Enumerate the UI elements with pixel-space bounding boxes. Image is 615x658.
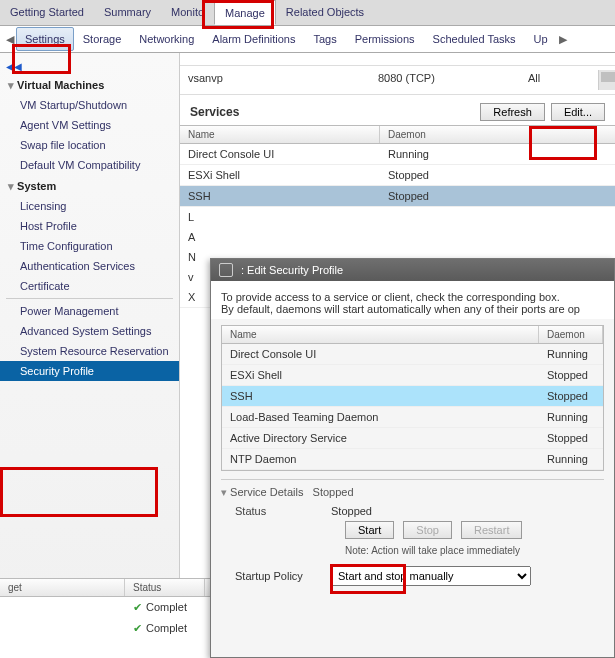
firewall-row[interactable]: vsanvp 8080 (TCP) All [180, 65, 615, 95]
svc-name: ESXi Shell [180, 165, 380, 185]
services-header: Services Refresh Edit... [180, 95, 615, 125]
col-name[interactable]: Name [180, 126, 380, 143]
sidebar-group-system[interactable]: System [0, 175, 179, 196]
table-row[interactable]: SSH Stopped [180, 186, 615, 207]
sidebar-nav-back-icon[interactable]: ◀◀ [0, 59, 179, 74]
settings-sidebar: ◀◀ Virtual Machines VM Startup/Shutdown … [0, 53, 180, 658]
col-name[interactable]: Name [222, 326, 539, 343]
sidebar-item-agent-vm[interactable]: Agent VM Settings [0, 115, 179, 135]
sidebar-item-system-resource[interactable]: System Resource Reservation [0, 341, 179, 361]
dialog-titlebar[interactable]: : Edit Security Profile [211, 259, 614, 281]
table-row[interactable]: Direct Console UI Running [180, 144, 615, 165]
sidebar-item-time-config[interactable]: Time Configuration [0, 236, 179, 256]
status-value: Stopped [331, 505, 604, 517]
tab-summary[interactable]: Summary [94, 0, 161, 25]
svc-name: Load-Based Teaming Daemon [222, 407, 539, 427]
table-row[interactable]: Direct Console UIRunning [222, 344, 603, 365]
dialog-description: By default, daemons will start automatic… [221, 303, 604, 315]
svc-name: SSH [180, 186, 380, 206]
svc-daemon: Running [539, 344, 603, 364]
sidebar-item-security-profile[interactable]: Security Profile [0, 361, 179, 381]
svc-name: SSH [222, 386, 539, 406]
sidebar-group-virtual-machines[interactable]: Virtual Machines [0, 74, 179, 95]
firewall-ip: All [520, 70, 598, 90]
primary-tabs: Getting Started Summary Monito Manage Re… [0, 0, 615, 26]
tab-up[interactable]: Up [525, 27, 557, 51]
table-row[interactable]: A [180, 227, 615, 247]
svc-name: Active Directory Service [222, 428, 539, 448]
sidebar-item-licensing[interactable]: Licensing [0, 196, 179, 216]
sidebar-item-host-profile[interactable]: Host Profile [0, 216, 179, 236]
services-title: Services [190, 105, 239, 119]
tabs-scroll-left-icon[interactable]: ◀ [4, 33, 16, 46]
svc-daemon: Stopped [539, 428, 603, 448]
svc-daemon: Running [380, 144, 530, 164]
tab-manage[interactable]: Manage [214, 0, 276, 25]
svc-daemon: Stopped [539, 386, 603, 406]
dialog-title: : Edit Security Profile [241, 264, 343, 276]
col-daemon[interactable]: Daemon [380, 126, 530, 143]
sidebar-item-certificate[interactable]: Certificate [0, 276, 179, 296]
tab-storage[interactable]: Storage [74, 27, 131, 51]
tab-scheduled-tasks[interactable]: Scheduled Tasks [424, 27, 525, 51]
sidebar-item-auth-services[interactable]: Authentication Services [0, 256, 179, 276]
start-button[interactable]: Start [345, 521, 394, 539]
secondary-tabs: ◀ Settings Storage Networking Alarm Defi… [0, 26, 615, 52]
tabs-scroll-right-icon[interactable]: ▶ [557, 33, 569, 46]
tab-related-objects[interactable]: Related Objects [276, 0, 374, 25]
status-label: Status [221, 505, 331, 517]
svc-name: ESXi Shell [222, 365, 539, 385]
check-icon: ✔ [133, 622, 142, 634]
tab-permissions[interactable]: Permissions [346, 27, 424, 51]
tasks-col-target[interactable]: get [0, 579, 125, 596]
tab-getting-started[interactable]: Getting Started [0, 0, 94, 25]
startup-policy-label: Startup Policy [221, 570, 331, 582]
table-row[interactable]: Load-Based Teaming DaemonRunning [222, 407, 603, 428]
dialog-description: To provide access to a service or client… [221, 291, 604, 303]
dialog-services-table: Name Daemon Direct Console UIRunning ESX… [221, 325, 604, 471]
tasks-col-status[interactable]: Status [125, 579, 205, 596]
sidebar-item-power-mgmt[interactable]: Power Management [0, 301, 179, 321]
table-row[interactable]: NTP DaemonRunning [222, 449, 603, 470]
task-status: Complet [146, 622, 187, 634]
svc-name: Direct Console UI [222, 344, 539, 364]
firewall-name: vsanvp [180, 70, 370, 90]
sidebar-item-advanced-system[interactable]: Advanced System Settings [0, 321, 179, 341]
svc-name: Direct Console UI [180, 144, 380, 164]
stop-button[interactable]: Stop [403, 521, 452, 539]
table-row[interactable]: ESXi Shell Stopped [180, 165, 615, 186]
tab-tags[interactable]: Tags [304, 27, 345, 51]
col-daemon[interactable]: Daemon [539, 326, 603, 343]
firewall-scrollbar[interactable] [598, 70, 615, 90]
table-row[interactable]: ESXi ShellStopped [222, 365, 603, 386]
service-details-state: Stopped [313, 486, 354, 498]
svc-daemon: Running [539, 407, 603, 427]
task-status: Complet [146, 601, 187, 613]
svc-name: NTP Daemon [222, 449, 539, 469]
action-note: Note: Action will take place immediately [345, 545, 604, 556]
check-icon: ✔ [133, 601, 142, 613]
svc-daemon: Running [539, 449, 603, 469]
firewall-port: 8080 (TCP) [370, 70, 520, 90]
host-icon [219, 263, 233, 277]
sidebar-item-default-vm-compat[interactable]: Default VM Compatibility [0, 155, 179, 175]
tab-alarm-definitions[interactable]: Alarm Definitions [203, 27, 304, 51]
startup-policy-select[interactable]: Start and stop manually [331, 566, 531, 586]
table-row[interactable]: Active Directory ServiceStopped [222, 428, 603, 449]
tab-settings[interactable]: Settings [16, 27, 74, 51]
edit-button[interactable]: Edit... [551, 103, 605, 121]
edit-security-profile-dialog: : Edit Security Profile To provide acces… [210, 258, 615, 658]
sidebar-item-vm-startup[interactable]: VM Startup/Shutdown [0, 95, 179, 115]
service-details-title[interactable]: Service Details Stopped [221, 486, 354, 498]
svc-daemon: Stopped [380, 186, 530, 206]
restart-button[interactable]: Restart [461, 521, 522, 539]
refresh-button[interactable]: Refresh [480, 103, 545, 121]
tab-monitor[interactable]: Monito [161, 0, 214, 25]
svc-daemon: Stopped [539, 365, 603, 385]
tab-networking[interactable]: Networking [130, 27, 203, 51]
table-row[interactable]: L [180, 207, 615, 227]
table-row[interactable]: SSHStopped [222, 386, 603, 407]
sidebar-item-swap-file[interactable]: Swap file location [0, 135, 179, 155]
svc-daemon: Stopped [380, 165, 530, 185]
